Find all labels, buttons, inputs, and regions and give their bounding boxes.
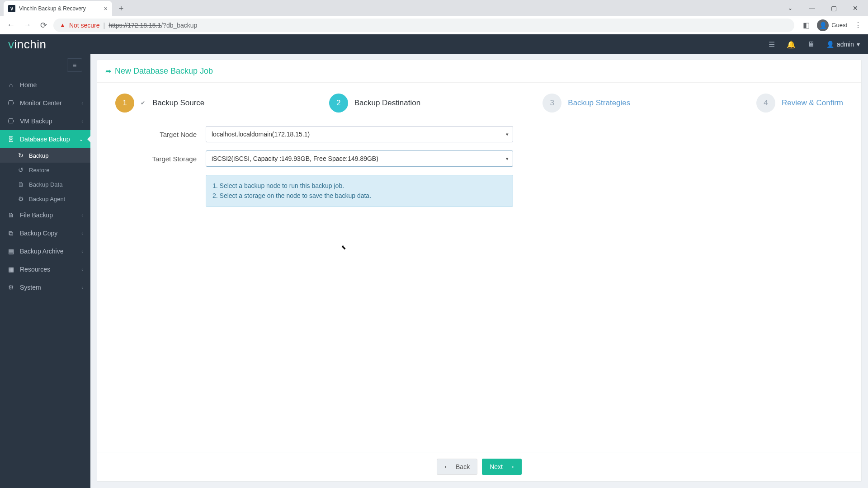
page-title-text: New Database Backup Job xyxy=(115,66,213,76)
favicon: V xyxy=(8,5,15,12)
browser-toolbar: ← → ⟳ ▲ Not secure | https://172.18.15.1… xyxy=(0,16,868,34)
new-tab-button[interactable]: + xyxy=(115,2,127,15)
window-close-icon[interactable]: ✕ xyxy=(845,2,865,14)
sidebar-toggle-button[interactable]: ≡ xyxy=(67,58,82,72)
nav-reload-button[interactable]: ⟳ xyxy=(37,19,50,32)
nav-forward-button[interactable]: → xyxy=(21,19,33,32)
sidebar-item-resources[interactable]: ▦ Resources ‹ xyxy=(0,260,90,278)
window-maximize-icon[interactable]: ▢ xyxy=(824,2,844,14)
app-body: ≡ ⌂ Home 🖵 Monitor Center ‹ 🖵 VM Backup … xyxy=(0,54,868,488)
sidebar-item-vm-backup[interactable]: 🖵 VM Backup ‹ xyxy=(0,112,90,130)
step-label: Backup Source xyxy=(152,99,204,108)
data-icon: 🗎 xyxy=(17,181,24,188)
sidebar-item-system[interactable]: ⚙ System ‹ xyxy=(0,278,90,296)
profile-button[interactable]: 👤 Guest xyxy=(817,19,847,31)
grid-icon: ▦ xyxy=(7,266,14,273)
sidebar-label: Backup Copy xyxy=(20,230,57,237)
header-monitor-icon[interactable]: 🖥 xyxy=(807,40,815,48)
target-node-label: Target Node xyxy=(115,131,206,138)
sidebar-label: System xyxy=(20,284,41,291)
not-secure-label: Not secure xyxy=(69,22,100,29)
chevron-left-icon: ‹ xyxy=(81,249,83,254)
sidebar-label: File Backup xyxy=(20,211,53,219)
check-icon: ✔ xyxy=(141,100,145,106)
user-menu[interactable]: 👤 admin ▾ xyxy=(826,41,860,48)
sidebar-sub-restore[interactable]: ↺ Restore xyxy=(0,163,90,177)
step-label: Review & Confirm xyxy=(782,99,843,108)
step-3[interactable]: 3 Backup Strategies xyxy=(542,94,756,113)
back-button[interactable]: ⟵ Back xyxy=(437,459,477,475)
wizard-steps: 1 ✔ Backup Source 2 Backup Destination 3… xyxy=(97,83,861,117)
sidebar-item-backup-copy[interactable]: ⧉ Backup Copy ‹ xyxy=(0,224,90,242)
share-icon: ➦ xyxy=(105,67,111,75)
sidebar-sub-label: Backup Data xyxy=(29,181,62,188)
chevron-down-icon: ⌄ xyxy=(79,136,83,142)
sidebar-item-database-backup[interactable]: 🗄 Database Backup ⌄ xyxy=(0,130,90,148)
header-actions: ☰ 🔔 🖥 👤 admin ▾ xyxy=(769,40,860,49)
chevron-left-icon: ‹ xyxy=(81,230,83,236)
backup-icon: ↻ xyxy=(17,152,24,159)
browser-tabstrip: V Vinchin Backup & Recovery × + ⌄ — ▢ ✕ xyxy=(0,0,868,16)
sidebar-label: Backup Archive xyxy=(20,248,64,255)
main-content: ➦ New Database Backup Job 1 ✔ Backup Sou… xyxy=(90,54,868,488)
sidebar-sub-backup[interactable]: ↻ Backup xyxy=(0,148,90,163)
sidebar-label: Home xyxy=(20,81,37,89)
row-target-node: Target Node localhost.localdomain(172.18… xyxy=(115,126,843,142)
nav-back-button[interactable]: ← xyxy=(5,19,17,32)
vm-icon: 🖵 xyxy=(7,117,14,125)
sidebar: ≡ ⌂ Home 🖵 Monitor Center ‹ 🖵 VM Backup … xyxy=(0,54,90,488)
target-storage-label: Target Storage xyxy=(115,155,206,163)
addr-separator: | xyxy=(104,22,105,29)
database-icon: 🗄 xyxy=(7,136,14,143)
tab-close-icon[interactable]: × xyxy=(104,5,108,12)
sidebar-label: Monitor Center xyxy=(20,99,62,107)
monitor-icon: 🖵 xyxy=(7,99,14,107)
step-1[interactable]: 1 ✔ Backup Source xyxy=(115,94,329,113)
step-4[interactable]: 4 Review & Confirm xyxy=(756,94,843,113)
chevron-left-icon: ‹ xyxy=(81,100,83,106)
logo[interactable]: vinchin xyxy=(8,38,46,52)
target-node-select[interactable]: localhost.localdomain(172.18.15.1) xyxy=(206,126,513,142)
gear-icon: ⚙ xyxy=(7,284,14,291)
archive-icon: ▤ xyxy=(7,248,14,255)
step-label: Backup Strategies xyxy=(568,99,630,108)
step-number: 3 xyxy=(542,94,561,113)
sidebar-item-backup-archive[interactable]: ▤ Backup Archive ‹ xyxy=(0,242,90,260)
wizard-panel: ➦ New Database Backup Job 1 ✔ Backup Sou… xyxy=(97,60,862,482)
file-icon: 🗎 xyxy=(7,211,14,219)
sidebar-item-file-backup[interactable]: 🗎 File Backup ‹ xyxy=(0,206,90,224)
info-line-2: 2. Select a storage on the node to save … xyxy=(212,191,506,201)
target-storage-control: iSCSI2(iSCSI, Capacity :149.93GB, Free S… xyxy=(206,150,513,167)
back-label: Back xyxy=(456,463,470,470)
header-list-icon[interactable]: ☰ xyxy=(769,40,775,49)
browser-menu-icon[interactable]: ⋮ xyxy=(853,20,863,31)
target-node-value: localhost.localdomain(172.18.15.1) xyxy=(212,131,310,138)
address-bar[interactable]: ▲ Not secure | https://172.18.15.1/?db_b… xyxy=(53,19,794,32)
form-area: Target Node localhost.localdomain(172.18… xyxy=(97,117,861,452)
side-panel-icon[interactable]: ◧ xyxy=(801,20,811,31)
avatar-icon: 👤 xyxy=(817,19,829,31)
sidebar-sub-backup-agent[interactable]: ⚙ Backup Agent xyxy=(0,192,90,206)
chevron-left-icon: ‹ xyxy=(81,212,83,218)
tab-search-icon[interactable]: ⌄ xyxy=(780,2,800,14)
toolbar-right: ◧ 👤 Guest ⋮ xyxy=(798,19,863,31)
sidebar-label: Resources xyxy=(20,266,50,273)
window-controls: ⌄ — ▢ ✕ xyxy=(780,2,868,16)
profile-label: Guest xyxy=(831,22,847,28)
step-number: 4 xyxy=(756,94,775,113)
home-icon: ⌂ xyxy=(7,81,14,89)
app-header: vinchin ☰ 🔔 🖥 👤 admin ▾ xyxy=(0,34,868,54)
sidebar-sub-backup-data[interactable]: 🗎 Backup Data xyxy=(0,177,90,192)
arrow-right-circle-icon: ⟶ xyxy=(505,464,514,470)
sidebar-label: VM Backup xyxy=(20,117,52,125)
step-2[interactable]: 2 Backup Destination xyxy=(329,94,543,113)
url-text: https://172.18.15.1/?db_backup xyxy=(108,22,197,29)
sidebar-item-home[interactable]: ⌂ Home xyxy=(0,76,90,94)
window-minimize-icon[interactable]: — xyxy=(802,2,822,14)
header-bell-icon[interactable]: 🔔 xyxy=(787,40,796,49)
browser-tab[interactable]: V Vinchin Backup & Recovery × xyxy=(4,1,112,16)
row-target-storage: Target Storage iSCSI2(iSCSI, Capacity :1… xyxy=(115,150,843,167)
target-storage-select[interactable]: iSCSI2(iSCSI, Capacity :149.93GB, Free S… xyxy=(206,150,513,167)
sidebar-item-monitor[interactable]: 🖵 Monitor Center ‹ xyxy=(0,94,90,112)
next-button[interactable]: Next ⟶ xyxy=(482,459,522,475)
